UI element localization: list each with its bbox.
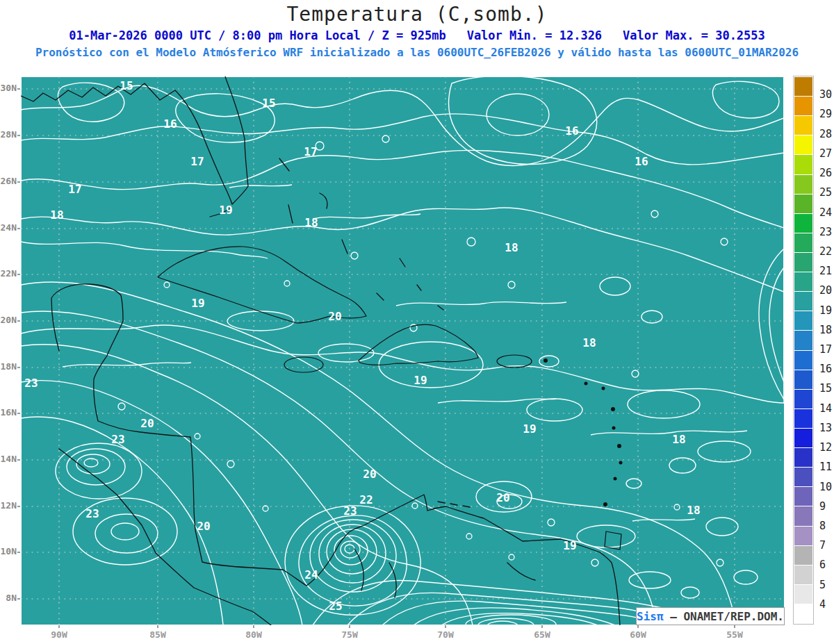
colorbar-segment: [794, 409, 812, 428]
colorbar-segment: [794, 253, 812, 272]
valor-max-text: Valor Max. = 30.2553: [623, 28, 765, 42]
colorbar-segment: [794, 77, 812, 96]
contour-label-15: 15: [262, 98, 275, 109]
lat-label-30N: 30N: [0, 83, 17, 94]
colorbar-tick-19: 19: [819, 306, 832, 316]
contour-label-18: 18: [582, 338, 596, 349]
lon-label-75W: 75W: [334, 629, 365, 640]
lat-label-20N: 20N: [0, 315, 17, 327]
contour-label-15: 15: [120, 81, 133, 92]
colorbar-segment: [794, 604, 812, 623]
colorbar-tick-18: 18: [819, 325, 832, 336]
contour-label-18: 18: [672, 434, 685, 445]
page-title: Temperatura (C,somb.): [0, 3, 834, 26]
colorbar-segment: [794, 292, 812, 311]
colorbar-tick-20: 20: [819, 286, 832, 296]
lon-tick: [734, 625, 735, 628]
colorbar-tick-14: 14: [819, 404, 832, 414]
colorbar-tick-24: 24: [819, 208, 832, 218]
lon-label-55W: 55W: [719, 629, 750, 640]
header-line1: 01-Mar-2026 0000 UTC / 8:00 pm Hora Loca…: [0, 28, 834, 42]
lon-tick: [58, 625, 60, 628]
lon-tick: [445, 625, 446, 628]
colorbar-tick-9: 9: [819, 502, 826, 512]
contour-label-23: 23: [24, 378, 38, 389]
contour-label-23: 23: [111, 434, 124, 445]
lat-tick: [17, 228, 20, 229]
lon-tick: [253, 625, 254, 628]
colorbar-segment: [794, 272, 812, 291]
contour-label-19: 19: [523, 424, 536, 435]
lat-label-8N: 8N: [0, 593, 17, 604]
contour-label-23: 23: [343, 506, 357, 517]
contour-label-17: 17: [190, 156, 204, 167]
colorbar-tick-30: 30: [819, 90, 832, 100]
colorbar-tick-16: 16: [819, 364, 832, 374]
contour-label-20: 20: [140, 418, 154, 429]
lat-tick: [17, 181, 20, 183]
contour-label-16: 16: [163, 119, 177, 130]
lat-label-28N: 28N: [0, 129, 17, 141]
header-line2: Pronóstico con el Modelo Atmósferico WRF…: [0, 46, 834, 59]
lon-label-65W: 65W: [527, 629, 557, 640]
contour-label-16: 16: [635, 156, 648, 167]
contour-label-25: 25: [329, 601, 342, 612]
colorbar-tick-15: 15: [819, 383, 832, 394]
contour-label-18: 18: [505, 242, 518, 254]
colorbar-tick-28: 28: [819, 129, 832, 140]
lon-label-90W: 90W: [44, 629, 74, 640]
watermark-brand: Sisπ: [637, 610, 664, 623]
valor-min-text: Valor Min. = 12.326: [467, 28, 602, 42]
watermark-text: – ONAMET/REP.DOM.: [664, 610, 784, 623]
contour-label-20: 20: [496, 493, 509, 504]
colorbar-tick-12: 12: [819, 443, 832, 453]
colorbar-tick-8: 8: [819, 521, 826, 531]
colorbar-segment: [794, 506, 812, 525]
colorbar-tick-7: 7: [819, 540, 826, 551]
map-plot-area: Sisπ – ONAMET/REP.DOM. 15151616161717171…: [21, 76, 784, 625]
lat-tick: [17, 135, 20, 136]
colorbar-tick-13: 13: [819, 423, 832, 434]
lat-tick: [17, 459, 20, 461]
colorbar-segment: [794, 331, 812, 349]
colorbar-segment: [794, 116, 812, 135]
lat-label-22N: 22N: [0, 268, 17, 280]
colorbar-segment: [794, 351, 812, 370]
colorbar-segment: [794, 97, 812, 115]
lon-tick: [349, 625, 350, 628]
colorbar-segment: [794, 448, 812, 467]
lat-tick: [17, 88, 20, 90]
lat-tick: [17, 506, 20, 507]
colorbar-segment: [794, 487, 812, 506]
lon-tick: [637, 625, 639, 628]
lat-tick: [17, 598, 20, 600]
lon-tick: [541, 625, 543, 628]
lat-label-24N: 24N: [0, 222, 17, 234]
contour-label-17: 17: [304, 147, 317, 158]
lat-tick: [17, 367, 20, 368]
lat-label-10N: 10N: [0, 546, 17, 558]
lon-label-60W: 60W: [623, 629, 653, 640]
colorbar-segment: [794, 214, 812, 233]
colorbar-tick-22: 22: [819, 247, 832, 257]
colorbar-tick-23: 23: [819, 227, 832, 238]
lat-tick: [17, 552, 20, 553]
lat-label-14N: 14N: [0, 454, 17, 465]
colorbar-tick-4: 4: [819, 600, 826, 610]
contour-label-18: 18: [50, 210, 63, 221]
contour-label-20: 20: [363, 469, 376, 480]
weather-map-page: Temperatura (C,somb.) 01-Mar-2026 0000 U…: [0, 0, 834, 644]
colorbar-tick-5: 5: [819, 580, 826, 591]
colorbar-tick-26: 26: [819, 168, 832, 179]
contour-label-23: 23: [85, 509, 99, 520]
lat-tick: [17, 274, 20, 275]
colorbar-segment: [794, 468, 812, 486]
colorbar-segment: [794, 546, 812, 565]
contour-label-19: 19: [563, 540, 576, 552]
colorbar-segment: [794, 135, 812, 154]
colorbar: [793, 76, 814, 625]
lon-label-85W: 85W: [142, 629, 173, 640]
colorbar-tick-6: 6: [819, 560, 826, 570]
lat-label-26N: 26N: [0, 176, 17, 188]
lat-label-12N: 12N: [0, 500, 17, 512]
